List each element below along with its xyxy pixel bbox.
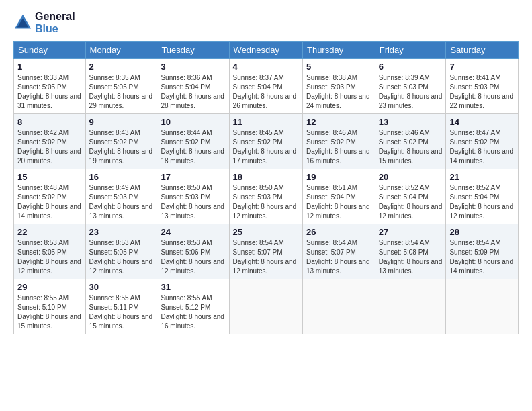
calendar-table: SundayMondayTuesdayWednesdayThursdayFrid… [13, 41, 519, 334]
day-info: Sunrise: 8:55 AMSunset: 5:10 PMDaylight:… [17, 293, 82, 331]
calendar-cell: 9Sunrise: 8:43 AMSunset: 5:02 PMDaylight… [85, 114, 157, 169]
calendar-cell: 1Sunrise: 8:33 AMSunset: 5:05 PMDaylight… [14, 59, 86, 114]
day-info: Sunrise: 8:54 AMSunset: 5:07 PMDaylight:… [233, 238, 299, 276]
day-info: Sunrise: 8:54 AMSunset: 5:09 PMDaylight:… [449, 238, 515, 276]
day-number: 20 [379, 172, 443, 182]
day-info: Sunrise: 8:44 AMSunset: 5:02 PMDaylight:… [161, 128, 225, 166]
day-info: Sunrise: 8:49 AMSunset: 5:03 PMDaylight:… [89, 183, 154, 221]
weekday-header: Friday [375, 42, 446, 59]
calendar-cell: 6Sunrise: 8:39 AMSunset: 5:03 PMDaylight… [375, 59, 446, 114]
day-number: 5 [306, 62, 371, 72]
day-info: Sunrise: 8:52 AMSunset: 5:04 PMDaylight:… [379, 183, 443, 221]
day-number: 19 [306, 172, 371, 182]
calendar-cell: 31Sunrise: 8:55 AMSunset: 5:12 PMDayligh… [157, 279, 229, 334]
calendar-cell: 3Sunrise: 8:36 AMSunset: 5:04 PMDaylight… [157, 59, 229, 114]
calendar-cell: 25Sunrise: 8:54 AMSunset: 5:07 PMDayligh… [229, 224, 302, 279]
day-number: 29 [17, 282, 82, 292]
calendar-cell: 13Sunrise: 8:46 AMSunset: 5:02 PMDayligh… [375, 114, 446, 169]
calendar-cell [446, 279, 519, 334]
calendar-cell: 29Sunrise: 8:55 AMSunset: 5:10 PMDayligh… [14, 279, 86, 334]
day-number: 17 [161, 172, 225, 182]
calendar-cell: 16Sunrise: 8:49 AMSunset: 5:03 PMDayligh… [85, 169, 157, 224]
calendar-cell: 24Sunrise: 8:53 AMSunset: 5:06 PMDayligh… [157, 224, 229, 279]
weekday-header: Saturday [446, 42, 519, 59]
calendar-cell: 26Sunrise: 8:54 AMSunset: 5:07 PMDayligh… [302, 224, 375, 279]
calendar-cell: 17Sunrise: 8:50 AMSunset: 5:03 PMDayligh… [157, 169, 229, 224]
calendar-cell: 30Sunrise: 8:55 AMSunset: 5:11 PMDayligh… [85, 279, 157, 334]
day-info: Sunrise: 8:33 AMSunset: 5:05 PMDaylight:… [17, 73, 82, 111]
calendar-cell: 21Sunrise: 8:52 AMSunset: 5:04 PMDayligh… [446, 169, 519, 224]
calendar-cell: 8Sunrise: 8:42 AMSunset: 5:02 PMDaylight… [14, 114, 86, 169]
day-number: 14 [449, 117, 515, 127]
day-info: Sunrise: 8:36 AMSunset: 5:04 PMDaylight:… [161, 73, 225, 111]
day-number: 9 [89, 117, 154, 127]
day-info: Sunrise: 8:54 AMSunset: 5:08 PMDaylight:… [379, 238, 443, 276]
calendar-cell: 18Sunrise: 8:50 AMSunset: 5:03 PMDayligh… [229, 169, 302, 224]
calendar-week-row: 22Sunrise: 8:53 AMSunset: 5:05 PMDayligh… [14, 224, 519, 279]
day-number: 8 [17, 117, 82, 127]
day-info: Sunrise: 8:41 AMSunset: 5:03 PMDaylight:… [449, 73, 515, 111]
weekday-header: Sunday [14, 42, 86, 59]
day-number: 21 [449, 172, 515, 182]
calendar-cell: 7Sunrise: 8:41 AMSunset: 5:03 PMDaylight… [446, 59, 519, 114]
day-info: Sunrise: 8:38 AMSunset: 5:03 PMDaylight:… [306, 73, 371, 111]
header: General Blue [13, 11, 519, 34]
day-number: 22 [17, 227, 82, 237]
day-number: 11 [233, 117, 299, 127]
day-info: Sunrise: 8:37 AMSunset: 5:04 PMDaylight:… [233, 73, 299, 111]
day-number: 27 [379, 227, 443, 237]
logo: General Blue [13, 11, 75, 34]
day-number: 13 [379, 117, 443, 127]
day-number: 23 [89, 227, 154, 237]
weekday-header: Monday [85, 42, 157, 59]
calendar-cell: 12Sunrise: 8:46 AMSunset: 5:02 PMDayligh… [302, 114, 375, 169]
calendar-cell: 2Sunrise: 8:35 AMSunset: 5:05 PMDaylight… [85, 59, 157, 114]
calendar-cell: 14Sunrise: 8:47 AMSunset: 5:02 PMDayligh… [446, 114, 519, 169]
day-number: 7 [449, 62, 515, 72]
day-info: Sunrise: 8:43 AMSunset: 5:02 PMDaylight:… [89, 128, 154, 166]
calendar-cell: 15Sunrise: 8:48 AMSunset: 5:02 PMDayligh… [14, 169, 86, 224]
calendar-week-row: 15Sunrise: 8:48 AMSunset: 5:02 PMDayligh… [14, 169, 519, 224]
calendar-week-row: 1Sunrise: 8:33 AMSunset: 5:05 PMDaylight… [14, 59, 519, 114]
day-info: Sunrise: 8:54 AMSunset: 5:07 PMDaylight:… [306, 238, 371, 276]
day-info: Sunrise: 8:50 AMSunset: 5:03 PMDaylight:… [161, 183, 225, 221]
day-number: 6 [379, 62, 443, 72]
day-info: Sunrise: 8:53 AMSunset: 5:05 PMDaylight:… [89, 238, 154, 276]
calendar-cell: 11Sunrise: 8:45 AMSunset: 5:02 PMDayligh… [229, 114, 302, 169]
day-info: Sunrise: 8:47 AMSunset: 5:02 PMDaylight:… [449, 128, 515, 166]
calendar-week-row: 29Sunrise: 8:55 AMSunset: 5:10 PMDayligh… [14, 279, 519, 334]
weekday-header: Wednesday [229, 42, 302, 59]
day-info: Sunrise: 8:46 AMSunset: 5:02 PMDaylight:… [379, 128, 443, 166]
day-info: Sunrise: 8:42 AMSunset: 5:02 PMDaylight:… [17, 128, 82, 166]
calendar-cell: 28Sunrise: 8:54 AMSunset: 5:09 PMDayligh… [446, 224, 519, 279]
day-number: 30 [89, 282, 154, 292]
day-info: Sunrise: 8:52 AMSunset: 5:04 PMDaylight:… [449, 183, 515, 221]
calendar-cell [229, 279, 302, 334]
page-container: General Blue SundayMondayTuesdayWednesda… [0, 0, 532, 341]
day-info: Sunrise: 8:51 AMSunset: 5:04 PMDaylight:… [306, 183, 371, 221]
calendar-cell: 20Sunrise: 8:52 AMSunset: 5:04 PMDayligh… [375, 169, 446, 224]
calendar-week-row: 8Sunrise: 8:42 AMSunset: 5:02 PMDaylight… [14, 114, 519, 169]
calendar-cell: 5Sunrise: 8:38 AMSunset: 5:03 PMDaylight… [302, 59, 375, 114]
calendar-cell: 4Sunrise: 8:37 AMSunset: 5:04 PMDaylight… [229, 59, 302, 114]
calendar-cell [375, 279, 446, 334]
day-number: 16 [89, 172, 154, 182]
day-info: Sunrise: 8:46 AMSunset: 5:02 PMDaylight:… [306, 128, 371, 166]
day-number: 18 [233, 172, 299, 182]
day-number: 31 [161, 282, 225, 292]
logo-icon [13, 13, 32, 32]
day-info: Sunrise: 8:53 AMSunset: 5:06 PMDaylight:… [161, 238, 225, 276]
day-info: Sunrise: 8:35 AMSunset: 5:05 PMDaylight:… [89, 73, 154, 111]
day-info: Sunrise: 8:39 AMSunset: 5:03 PMDaylight:… [379, 73, 443, 111]
weekday-header: Thursday [302, 42, 375, 59]
calendar-cell: 10Sunrise: 8:44 AMSunset: 5:02 PMDayligh… [157, 114, 229, 169]
day-info: Sunrise: 8:48 AMSunset: 5:02 PMDaylight:… [17, 183, 82, 221]
calendar-cell: 27Sunrise: 8:54 AMSunset: 5:08 PMDayligh… [375, 224, 446, 279]
day-number: 10 [161, 117, 225, 127]
weekday-header: Tuesday [157, 42, 229, 59]
logo-text: General Blue [35, 11, 75, 34]
day-number: 15 [17, 172, 82, 182]
day-info: Sunrise: 8:55 AMSunset: 5:11 PMDaylight:… [89, 293, 154, 331]
day-number: 12 [306, 117, 371, 127]
weekday-header-row: SundayMondayTuesdayWednesdayThursdayFrid… [14, 42, 519, 59]
